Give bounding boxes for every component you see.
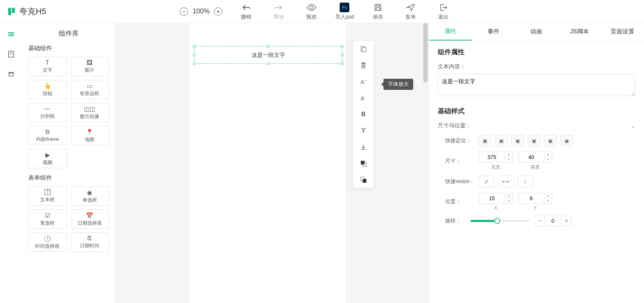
exit-button[interactable]: 退出 <box>434 3 452 20</box>
comp-map[interactable]: 📍地图 <box>71 126 109 145</box>
resize-height-button[interactable]: ↕ <box>517 176 533 188</box>
width-dec[interactable]: ▼ <box>505 157 512 162</box>
align-right-button[interactable]: ▣ <box>511 135 524 146</box>
font-increase-button[interactable]: A+ <box>359 77 368 86</box>
font-decrease-button[interactable]: A− <box>359 94 368 102</box>
resize-handle-br[interactable] <box>341 62 344 65</box>
width-inc[interactable]: ▲ <box>505 152 512 157</box>
rail-pages-icon[interactable] <box>7 50 16 59</box>
resize-handle-tm[interactable] <box>267 45 270 48</box>
bold-button[interactable]: B <box>359 110 368 119</box>
import-psd-button[interactable]: Ps 导入psd <box>335 3 354 20</box>
comp-video[interactable]: ▶视频 <box>28 149 67 168</box>
resize-handle-tl[interactable] <box>193 45 196 48</box>
y-dec[interactable]: ▼ <box>544 198 552 203</box>
right-tabs: 属性 事件 动画 JS脚本 页面设置 <box>429 23 644 41</box>
zoom-out-button[interactable]: − <box>180 7 188 16</box>
size-row: 尺寸： ▲▼ 宽度 ▲▼ 高度 <box>438 152 635 170</box>
align-hcenter-button[interactable]: ▣ <box>495 135 508 146</box>
tab-animation[interactable]: 动画 <box>515 23 558 40</box>
comp-radio[interactable]: ◉单选框 <box>71 186 109 206</box>
undo-icon <box>241 3 251 12</box>
undo-button[interactable]: 撤销 <box>237 3 255 20</box>
x-dec[interactable]: ▼ <box>505 198 512 203</box>
comp-text[interactable]: T文字 <box>28 57 67 76</box>
redo-button[interactable]: 重做 <box>270 3 288 20</box>
preview-button[interactable]: 预览 <box>302 3 320 20</box>
left-rail <box>0 23 22 303</box>
align-vcenter-button[interactable]: ▣ <box>544 135 557 146</box>
rotate-inc-button[interactable]: + <box>561 216 572 226</box>
comp-datepicker[interactable]: 📅日期选择器 <box>71 209 109 229</box>
panel-body: 组件属性 文本内容： 基础样式 尺寸与位置： ⌄ 快捷定位： ▣ ▣ ▣ ▣ ▣… <box>429 41 644 303</box>
align-top-btn[interactable]: ▣ <box>528 135 540 146</box>
height-inc[interactable]: ▲ <box>544 152 552 157</box>
align-bottom-button[interactable] <box>359 143 368 152</box>
resize-handle-bm[interactable] <box>267 62 270 65</box>
rotate-dec-button[interactable]: − <box>534 216 545 226</box>
canvas-page[interactable]: 这是一段文字 <box>190 23 346 303</box>
height-dec[interactable]: ▼ <box>544 157 552 162</box>
canvas-scrollbar[interactable] <box>423 23 428 82</box>
text-content-textarea[interactable] <box>438 74 635 96</box>
tab-page-settings[interactable]: 页面设置 <box>601 23 644 40</box>
iframe-icon: ⧉ <box>45 128 49 135</box>
rotate-input[interactable] <box>545 216 561 226</box>
comp-textbox[interactable]: 🅃文本框 <box>28 186 67 206</box>
delete-button[interactable] <box>359 61 368 70</box>
slider-thumb[interactable] <box>494 218 500 224</box>
align-bottom-btn[interactable]: ▣ <box>560 135 573 146</box>
tab-attributes[interactable]: 属性 <box>429 23 472 40</box>
comp-timepicker[interactable]: 🕐时间选择器 <box>28 232 67 252</box>
align-left-button[interactable]: ▣ <box>479 135 491 146</box>
resize-handle-mr[interactable] <box>341 53 344 56</box>
rail-components-icon[interactable] <box>7 30 16 39</box>
resize-handle-bl[interactable] <box>193 62 196 65</box>
publish-button[interactable]: 发布 <box>402 3 420 20</box>
tab-events[interactable]: 事件 <box>472 23 515 40</box>
bring-front-button[interactable] <box>359 159 368 168</box>
size-pos-section-header[interactable]: 尺寸与位置： ⌄ <box>438 122 635 129</box>
comp-iframe[interactable]: ⧉内嵌iframe <box>28 126 67 145</box>
comp-divider[interactable]: —分割线 <box>28 103 67 122</box>
rotate-slider[interactable] <box>470 220 530 222</box>
height-input[interactable] <box>518 152 544 163</box>
text-content-label: 文本内容： <box>438 63 635 70</box>
tab-script[interactable]: JS脚本 <box>558 23 601 40</box>
resize-handle-tr[interactable] <box>341 45 344 48</box>
quick-resize-row: 快捷resize： ⤢ ⟷ ↕ <box>438 176 635 188</box>
textbox-icon: 🅃 <box>45 189 51 196</box>
redo-icon <box>274 3 284 12</box>
rotate-row: 旋转： − + <box>438 216 635 226</box>
checkbox-icon: ☑ <box>45 212 50 219</box>
comp-attr-title: 组件属性 <box>438 48 635 56</box>
align-top-button[interactable] <box>359 126 368 135</box>
save-button[interactable]: 保存 <box>369 3 387 20</box>
rect-icon: ▭ <box>87 82 93 89</box>
x-input[interactable] <box>479 193 505 204</box>
selected-text-element[interactable]: 这是一段文字 <box>194 46 343 64</box>
quick-position-row: 快捷定位： ▣ ▣ ▣ ▣ ▣ ▣ <box>438 135 635 146</box>
comp-rect[interactable]: ▭矩形边框 <box>71 80 109 99</box>
width-input[interactable] <box>479 152 505 163</box>
comp-datetime[interactable]: 🗓日期时间 <box>71 232 109 252</box>
canvas-area[interactable]: 这是一段文字 <box>115 23 428 303</box>
svg-rect-0 <box>8 8 11 15</box>
comp-image[interactable]: 🖼图片 <box>71 57 109 76</box>
resize-handle-ml[interactable] <box>193 53 196 56</box>
y-inc[interactable]: ▲ <box>544 193 552 198</box>
comp-carousel[interactable]: ◫◫图片轮播 <box>71 103 109 122</box>
resize-width-button[interactable]: ⟷ <box>498 176 514 188</box>
rail-layer-icon[interactable] <box>7 70 16 79</box>
y-input[interactable] <box>518 193 544 204</box>
x-inc[interactable]: ▲ <box>505 193 512 198</box>
clock-icon: 🕐 <box>44 235 51 242</box>
copy-button[interactable] <box>359 45 368 53</box>
svg-rect-8 <box>362 48 366 52</box>
comp-checkbox[interactable]: ☑复选框 <box>28 209 67 229</box>
zoom-in-button[interactable]: + <box>214 7 222 16</box>
resize-fullscreen-button[interactable]: ⤢ <box>479 176 494 188</box>
comp-button[interactable]: 👆按钮 <box>28 80 67 99</box>
send-back-button[interactable] <box>359 175 368 184</box>
position-row: 位置： ▲▼ X ▲▼ Y <box>438 193 635 211</box>
